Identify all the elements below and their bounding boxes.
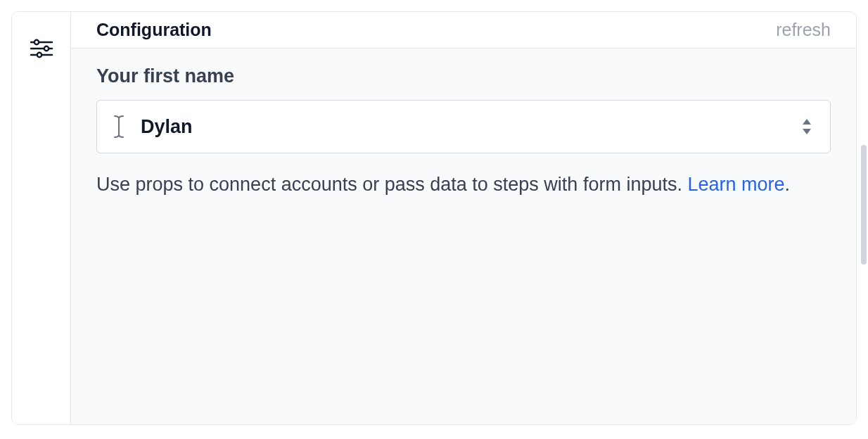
first-name-value: Dylan: [141, 116, 785, 138]
svg-point-1: [34, 40, 38, 44]
scrollbar-thumb[interactable]: [861, 145, 867, 265]
header-bar: Configuration refresh: [71, 12, 856, 49]
refresh-button[interactable]: refresh: [776, 20, 831, 40]
field-label: Your first name: [96, 65, 831, 87]
sliders-button[interactable]: [25, 32, 58, 65]
content-area: Your first name Dylan Use props to conne…: [71, 49, 856, 424]
left-rail: [12, 12, 71, 424]
svg-point-5: [37, 53, 41, 57]
sort-caret-icon[interactable]: [800, 117, 813, 136]
main-column: Configuration refresh Your first name Dy…: [71, 12, 856, 424]
text-cursor-icon: [113, 115, 125, 139]
help-text: Use props to connect accounts or pass da…: [96, 170, 831, 200]
header-title: Configuration: [96, 20, 212, 40]
learn-more-link[interactable]: Learn more: [687, 174, 784, 195]
help-text-suffix: .: [785, 174, 791, 195]
svg-point-3: [44, 46, 48, 51]
first-name-input[interactable]: Dylan: [96, 100, 831, 153]
config-panel: Configuration refresh Your first name Dy…: [11, 11, 857, 425]
sliders-icon: [30, 39, 53, 58]
help-text-body: Use props to connect accounts or pass da…: [96, 174, 687, 195]
